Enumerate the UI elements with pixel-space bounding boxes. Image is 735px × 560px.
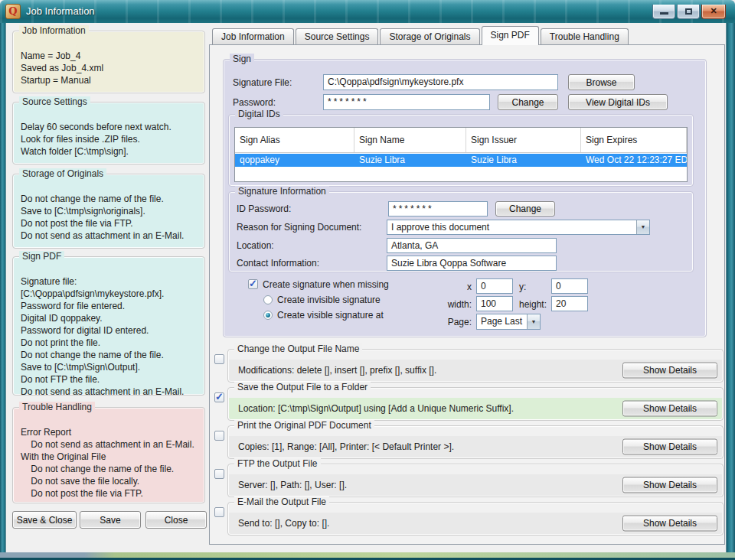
save-and-close-button[interactable]: Save & Close — [12, 511, 77, 529]
location-label: Location: — [237, 240, 274, 251]
text-line: Error Report — [21, 426, 201, 438]
text-line: Do not change the name of the file. — [21, 193, 201, 205]
text-line: Watch folder [C:\tmp\sign]. — [21, 145, 201, 158]
ftp-output-summary: Server: [], Path: [], User: []. — [238, 480, 347, 490]
tab-trouble-handling[interactable]: Trouble Handling — [541, 28, 629, 44]
group-source-settings-title: Source Settings — [19, 96, 90, 107]
job-information-window: Q Job Information ✕ Job Information Name… — [0, 0, 735, 560]
change-password-button[interactable]: Change — [498, 94, 558, 110]
x-input[interactable]: 0 — [476, 278, 513, 294]
maximize-icon — [685, 8, 692, 15]
group-storage-of-originals: Storage of Originals Do not change the n… — [12, 174, 205, 249]
page-combobox[interactable]: Page Last ▼ — [476, 314, 541, 330]
show-details-button-print[interactable]: Show Details — [622, 439, 717, 455]
text-line: Do not save the file locally. — [21, 475, 201, 487]
maximize-button[interactable] — [677, 5, 700, 19]
create-invisible-radio[interactable] — [263, 295, 273, 304]
column-header-sign-issuer[interactable]: Sign Issuer — [466, 128, 581, 152]
group-storage-of-originals-title: Storage of Originals — [19, 168, 106, 179]
reason-value: I approve this document — [391, 222, 489, 233]
show-details-button-ftp[interactable]: Show Details — [622, 477, 717, 493]
location-input[interactable]: Atlanta, GA — [387, 238, 557, 253]
signature-information-title: Signature Information — [235, 186, 329, 197]
text-line: Do not post the file via FTP. — [21, 487, 201, 500]
close-icon: ✕ — [702, 6, 725, 16]
window-border-bottom — [0, 552, 735, 560]
reason-combobox[interactable]: I approve this document ▼ — [387, 220, 650, 235]
tab-bar: Job Information Source Settings Storage … — [212, 25, 630, 44]
create-signature-checkbox[interactable]: ✓ — [248, 279, 258, 289]
close-job-button[interactable]: Close — [145, 511, 207, 529]
text-line: Digital ID qoppakey. — [21, 312, 201, 324]
tab-source-settings[interactable]: Source Settings — [296, 28, 379, 44]
width-input[interactable]: 100 — [476, 296, 513, 311]
height-input[interactable]: 20 — [551, 296, 588, 311]
save-button[interactable]: Save — [80, 511, 141, 529]
save-to-folder-content: Location: [C:\tmp\Sign\Output] using [Ad… — [229, 398, 722, 419]
password-input[interactable]: ******* — [323, 94, 490, 110]
show-details-button-email[interactable]: Show Details — [622, 516, 717, 532]
page-dropdown-icon[interactable]: ▼ — [527, 314, 540, 329]
minimize-icon — [660, 12, 668, 15]
email-output-content: Send to: [], Copy to: []. Show Details — [229, 513, 722, 534]
text-line: Startup = Manual — [21, 74, 201, 86]
change-id-password-button[interactable]: Change — [495, 201, 555, 217]
storage-of-originals-summary: Do not change the name of the file.Save … — [21, 193, 201, 242]
app-icon[interactable]: Q — [5, 4, 21, 19]
contact-information-input[interactable]: Suzie Libra Qoppa Software — [387, 256, 557, 271]
print-original-content: Copies: [1], Range: [All], Printer: [< D… — [229, 436, 722, 457]
create-visible-radio[interactable] — [263, 311, 273, 320]
change-output-name-checkbox[interactable]: ✓ — [214, 354, 224, 364]
id-password-label: ID Password: — [237, 203, 291, 214]
change-output-name-group: Change the Output File Name Modification… — [227, 349, 724, 383]
email-output-checkbox[interactable]: ✓ — [214, 507, 224, 517]
signature-information-group: Signature Information ID Password: *****… — [228, 191, 694, 272]
minimize-button[interactable] — [652, 5, 675, 19]
text-line: Do not print the file. — [21, 337, 201, 349]
create-signature-label: Create signature when missing — [263, 279, 389, 290]
text-line: Do not send as attachment in an E-Mail. — [21, 386, 201, 398]
show-details-button-output-name[interactable]: Show Details — [622, 363, 717, 379]
print-original-summary: Copies: [1], Range: [All], Printer: [< D… — [238, 441, 454, 452]
signature-file-input[interactable]: C:\Qoppa\pdfsign\mykeystore.pfx — [323, 74, 558, 90]
window-border-left — [0, 23, 6, 552]
group-sign-pdf: Sign PDF Signature file:[C:\Qoppa\pdfsig… — [12, 256, 205, 396]
column-header-sign-expires[interactable]: Sign Expires — [581, 128, 687, 152]
text-line: Do not post the file via FTP. — [21, 217, 201, 230]
print-original-checkbox[interactable]: ✓ — [214, 431, 224, 441]
group-job-information-title: Job Information — [19, 25, 89, 36]
group-job-information: Job Information Name = Job_4Saved as Job… — [12, 31, 205, 93]
reason-dropdown-icon[interactable]: ▼ — [636, 220, 649, 234]
show-details-button-save-folder[interactable]: Show Details — [622, 401, 717, 417]
close-button[interactable]: ✕ — [701, 5, 726, 19]
titlebar[interactable]: Q Job Information ✕ — [0, 0, 735, 23]
text-line: Do not send as attachment in an E-Mail. — [21, 230, 201, 242]
email-output-title: E-Mail the Output File — [234, 497, 329, 507]
text-line: Do not change the name of the file. — [21, 349, 201, 361]
tab-storage-of-originals[interactable]: Storage of Originals — [380, 28, 479, 44]
cell-sign-name: Suzie Libra — [354, 154, 466, 167]
change-output-name-title: Change the Output File Name — [234, 343, 362, 354]
print-original-title: Print the Original PDF Document — [234, 420, 374, 431]
text-line: With the Original File — [21, 451, 201, 463]
tab-sign-pdf[interactable]: Sign PDF — [482, 26, 539, 45]
job-information-summary: Name = Job_4Saved as Job_4.xmlStartup = … — [21, 50, 201, 86]
ftp-output-content: Server: [], Path: [], User: []. Show Det… — [229, 474, 722, 496]
group-trouble-handling: Trouble Handling Error Report Do not sen… — [12, 407, 205, 503]
trouble-handling-summary: Error Report Do not send as attachment i… — [21, 426, 201, 500]
view-digital-ids-button[interactable]: View Digital IDs — [568, 94, 668, 110]
id-password-input[interactable]: ******* — [388, 201, 488, 217]
table-row-selected[interactable]: qoppakey Suzie Libra Suzie Libra Wed Oct… — [235, 154, 687, 167]
column-header-sign-name[interactable]: Sign Name — [354, 128, 466, 152]
sign-pdf-summary: Signature file:[C:\Qoppa\pdfsign\mykeyst… — [21, 275, 201, 398]
text-line: Save to [C:\tmp\sign\originals]. — [21, 205, 201, 217]
save-to-folder-checkbox[interactable]: ✓ — [214, 392, 224, 402]
change-output-name-summary: Modifications: delete [], insert [], pre… — [238, 365, 436, 376]
browse-button[interactable]: Browse — [568, 74, 635, 90]
y-input[interactable]: 0 — [551, 278, 588, 294]
ftp-output-checkbox[interactable]: ✓ — [214, 469, 224, 479]
column-header-sign-alias[interactable]: Sign Alias — [235, 128, 354, 152]
text-line: Password for file entered. — [21, 300, 201, 312]
tab-job-information[interactable]: Job Information — [212, 28, 294, 44]
text-line: Signature file: — [21, 275, 201, 288]
